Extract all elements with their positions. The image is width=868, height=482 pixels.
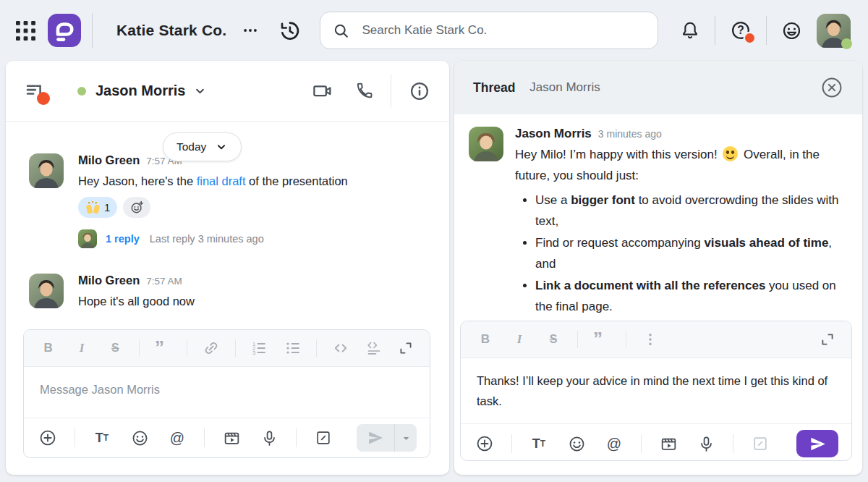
- message-text: Hope it's all good now: [78, 292, 195, 310]
- code-block-icon[interactable]: [365, 338, 384, 358]
- strikethrough-icon[interactable]: [106, 338, 125, 358]
- message-input-wrap: [24, 367, 430, 418]
- thread-bullet-item: Find or request accompanying visuals ahe…: [535, 233, 845, 274]
- help-button[interactable]: ?: [730, 20, 752, 41]
- inline-code-icon[interactable]: [331, 338, 350, 358]
- toggle-sidebar-button[interactable]: [25, 81, 44, 101]
- user-menu-avatar[interactable]: [817, 14, 851, 48]
- toolbar-divider: [316, 339, 317, 357]
- svg-text:”: ”: [593, 330, 603, 349]
- attach-plus-icon[interactable]: [474, 433, 495, 454]
- phone-icon: [354, 82, 373, 101]
- text-format-icon[interactable]: [528, 433, 550, 454]
- history-button[interactable]: [277, 19, 301, 43]
- mentions-badge: [37, 92, 50, 105]
- italic-icon[interactable]: [72, 338, 91, 358]
- mention-icon[interactable]: [603, 433, 625, 454]
- expand-composer-icon[interactable]: [398, 340, 414, 356]
- toolbar-divider: [75, 428, 75, 447]
- attach-plus-icon[interactable]: [37, 427, 59, 449]
- blockquote-icon[interactable]: ”: [153, 338, 173, 358]
- header-divider: [715, 16, 715, 45]
- more-formatting-icon[interactable]: [640, 329, 660, 350]
- bell-icon: [680, 20, 700, 41]
- expand-composer-icon[interactable]: [820, 331, 835, 347]
- info-icon: [409, 80, 430, 102]
- bold-icon[interactable]: [38, 338, 58, 358]
- smiling-face-emoji: [723, 146, 738, 161]
- set-status-button[interactable]: [781, 20, 802, 41]
- avatar-jason-morris[interactable]: [469, 127, 503, 161]
- reaction-count: 1: [104, 201, 110, 213]
- workspace-more-button[interactable]: [238, 18, 263, 43]
- video-call-button[interactable]: [312, 80, 333, 101]
- toolbar-divider: [296, 428, 297, 447]
- bold-icon[interactable]: [475, 329, 495, 350]
- video-message-icon[interactable]: [221, 427, 242, 449]
- chevron-down-icon: [401, 433, 412, 444]
- video-message-icon[interactable]: [658, 433, 679, 454]
- chevron-down-icon[interactable]: [192, 83, 208, 98]
- avatar-milo-green[interactable]: [29, 274, 64, 308]
- search-input[interactable]: [360, 22, 646, 38]
- blockquote-icon[interactable]: ”: [592, 329, 612, 350]
- conversation-title[interactable]: Jason Morris: [95, 83, 185, 99]
- avatar-milo-green[interactable]: [29, 153, 64, 188]
- message-composer: ” 1 2 3: [23, 329, 430, 458]
- svg-text:3: 3: [252, 350, 255, 356]
- composer-actions: [24, 418, 430, 457]
- send-button-group: [357, 424, 417, 452]
- conversation-details-button[interactable]: [409, 80, 430, 102]
- thread-bullet-item: Use a bigger font to avoid overcrowding …: [535, 190, 845, 232]
- message: Milo Green 7:57 AM Hope it's all good no…: [29, 274, 195, 310]
- thread-composer: ” Thanks! I’ll keep your advice in mind …: [460, 321, 852, 461]
- send-button[interactable]: [796, 430, 838, 457]
- audio-message-icon[interactable]: [258, 427, 280, 449]
- svg-text:?: ?: [737, 24, 744, 36]
- shortcuts-icon[interactable]: [312, 427, 334, 449]
- close-thread-button[interactable]: [820, 76, 843, 99]
- link-icon[interactable]: [201, 338, 221, 358]
- top-header: Katie Stark Co.: [0, 0, 868, 61]
- message-author[interactable]: Milo Green: [78, 153, 140, 167]
- pumble-logo[interactable]: [48, 14, 81, 47]
- shortcuts-icon[interactable]: [749, 433, 771, 454]
- notifications-button[interactable]: [680, 20, 700, 41]
- message-text: Hey Jason, here's the final draft of the…: [78, 172, 348, 190]
- reaction-raised-hands[interactable]: 1: [78, 197, 117, 218]
- thread-summary-row[interactable]: 1 reply Last reply 3 minutes ago: [78, 229, 264, 248]
- message-input[interactable]: [40, 383, 414, 397]
- close-icon: [820, 76, 843, 99]
- replies-link[interactable]: 1 reply: [106, 233, 140, 245]
- add-reaction-button[interactable]: [123, 197, 150, 218]
- emoji-picker-icon[interactable]: [566, 433, 587, 454]
- svg-text:”: ”: [155, 339, 164, 358]
- send-button[interactable]: [357, 424, 394, 452]
- app-grid-button[interactable]: [16, 21, 35, 41]
- thread-header: Thread Jason Morris: [454, 61, 862, 114]
- thread-title: Thread: [473, 80, 515, 96]
- header-divider: [92, 13, 93, 48]
- ordered-list-icon[interactable]: 1 2 3: [250, 338, 269, 358]
- message-author[interactable]: Jason Morris: [515, 127, 592, 141]
- italic-icon[interactable]: [509, 329, 529, 350]
- thread-subtitle: Jason Morris: [529, 80, 600, 95]
- search-bar[interactable]: [320, 12, 658, 49]
- bullet-list-icon[interactable]: [283, 338, 302, 358]
- voice-call-button[interactable]: [354, 82, 373, 101]
- chevron-down-icon: [206, 140, 228, 153]
- message-author[interactable]: Milo Green: [78, 274, 140, 287]
- text-format-icon[interactable]: [91, 427, 113, 449]
- header-divider: [766, 16, 767, 45]
- send-options-button[interactable]: [395, 424, 417, 452]
- date-divider-pill[interactable]: Today: [163, 132, 242, 161]
- mention-icon[interactable]: [166, 427, 188, 449]
- thread-reply-input[interactable]: Thanks! I’ll keep your advice in mind th…: [461, 358, 851, 423]
- send-plane-icon: [367, 429, 384, 447]
- audio-message-icon[interactable]: [695, 433, 717, 454]
- emoji-picker-icon[interactable]: [129, 427, 150, 449]
- message-link[interactable]: final draft: [197, 174, 246, 187]
- formatting-toolbar: ”: [461, 321, 851, 358]
- date-label: Today: [176, 140, 206, 153]
- strikethrough-icon[interactable]: [543, 329, 563, 350]
